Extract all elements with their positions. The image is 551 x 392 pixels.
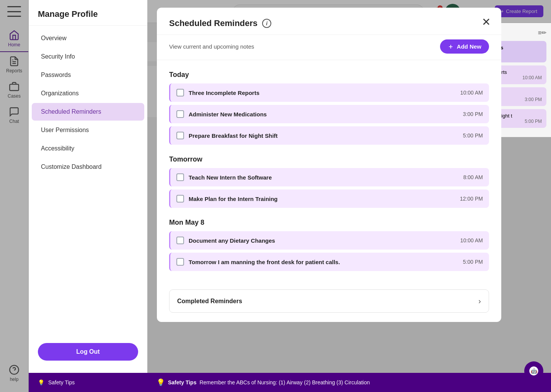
- reminder-time: 5:00 PM: [463, 259, 483, 265]
- reminder-time: 10:00 AM: [460, 90, 483, 96]
- profile-bottom-bar: 💡 Safety Tips: [29, 373, 147, 392]
- reminder-time: 3:00 PM: [463, 111, 483, 117]
- modal-subtitle-row: View current and upcoming notes Add New: [157, 35, 501, 60]
- safety-tips-label: Safety Tips: [48, 379, 75, 385]
- section-tomorrow: Tomorrow: [169, 148, 489, 168]
- reminder-item: Three Incomplete Reports 10:00 AM: [169, 83, 489, 102]
- safety-tips-bar: 💡 Safety Tips Remember the ABCs of Nursi…: [147, 373, 551, 392]
- reminder-time: 8:00 AM: [463, 174, 483, 180]
- profile-menu-security-info[interactable]: Security Info: [32, 48, 144, 65]
- completed-reminders-label: Completed Reminders: [177, 298, 242, 305]
- modal-title: Scheduled Reminders: [169, 18, 258, 28]
- reminder-item: Prepare Breakfast for Night Shift 5:00 P…: [169, 126, 489, 145]
- safety-text: Remember the ABCs of Nursing: (1) Airway…: [199, 379, 370, 385]
- edit-reminders-icon[interactable]: ≡✏: [538, 29, 546, 36]
- logout-button[interactable]: Log Out: [38, 343, 138, 361]
- reminder-item: Administer New Medications 3:00 PM: [169, 105, 489, 123]
- reminder-checkbox-6[interactable]: [176, 258, 184, 266]
- lightbulb-icon: 💡: [156, 378, 165, 387]
- reminder-checkbox-5[interactable]: [176, 237, 184, 244]
- info-icon[interactable]: i: [262, 19, 271, 28]
- reminder-text: Make Plan for the Intern Training: [189, 196, 455, 202]
- reminder-text: Prepare Breakfast for Night Shift: [189, 132, 458, 139]
- reminder-checkbox-2[interactable]: [176, 132, 184, 139]
- reminder-text: Document any Dietary Changes: [189, 237, 456, 244]
- safety-label: Safety Tips: [168, 379, 196, 385]
- completed-reminders-section[interactable]: Completed Reminders ›: [169, 289, 489, 313]
- profile-menu: Overview Security Info Passwords Organiz…: [29, 26, 147, 337]
- reminder-text: Teach New Intern the Software: [189, 174, 459, 181]
- profile-menu-organizations[interactable]: Organizations: [32, 85, 144, 102]
- modal-body: Today Three Incomplete Reports 10:00 AM …: [157, 60, 501, 283]
- profile-menu-customize-dashboard[interactable]: Customize Dashboard: [32, 158, 144, 176]
- reminder-item: Document any Dietary Changes 10:00 AM: [169, 231, 489, 250]
- profile-sidebar: Manage Profile Overview Security Info Pa…: [29, 0, 147, 392]
- modal-close-button[interactable]: ✕: [482, 17, 491, 28]
- profile-menu-overview[interactable]: Overview: [32, 29, 144, 47]
- svg-text:🤖: 🤖: [531, 368, 538, 374]
- chatbot-button[interactable]: 🤖: [524, 361, 543, 381]
- profile-menu-scheduled-reminders[interactable]: Scheduled Reminders: [32, 103, 144, 121]
- reminder-checkbox-3[interactable]: [176, 173, 184, 181]
- modal-subtitle: View current and upcoming notes: [169, 43, 254, 50]
- section-today: Today: [169, 63, 489, 83]
- reminder-checkbox-1[interactable]: [176, 110, 184, 118]
- profile-menu-accessibility[interactable]: Accessibility: [32, 140, 144, 157]
- scheduled-reminders-modal: Scheduled Reminders i ✕ View current and…: [157, 8, 501, 322]
- reminder-checkbox-0[interactable]: [176, 89, 184, 96]
- chevron-right-icon: ›: [478, 297, 481, 305]
- reminder-text: Three Incomplete Reports: [189, 90, 456, 96]
- profile-sidebar-title: Manage Profile: [29, 0, 147, 26]
- profile-menu-passwords[interactable]: Passwords: [32, 66, 144, 84]
- section-may8: Mon May 8: [169, 211, 489, 231]
- reminder-time: 10:00 AM: [460, 237, 483, 243]
- add-new-button[interactable]: Add New: [440, 39, 489, 54]
- reminder-checkbox-4[interactable]: [176, 195, 184, 203]
- reminder-item: Make Plan for the Intern Training 12:00 …: [169, 189, 489, 208]
- profile-menu-user-permissions[interactable]: User Permissions: [32, 121, 144, 139]
- lightbulb-icon: 💡: [38, 379, 44, 385]
- reminder-time: 5:00 PM: [463, 132, 483, 139]
- reminder-time: 12:00 PM: [460, 196, 483, 202]
- reminder-item: Tomorrow I am manning the front desk for…: [169, 253, 489, 271]
- reminder-text: Administer New Medications: [189, 111, 458, 118]
- profile-logout-area: Log Out: [29, 337, 147, 373]
- reminder-text: Tomorrow I am manning the front desk for…: [189, 259, 458, 265]
- modal-header: Scheduled Reminders i ✕: [157, 8, 501, 35]
- reminder-item: Teach New Intern the Software 8:00 AM: [169, 168, 489, 186]
